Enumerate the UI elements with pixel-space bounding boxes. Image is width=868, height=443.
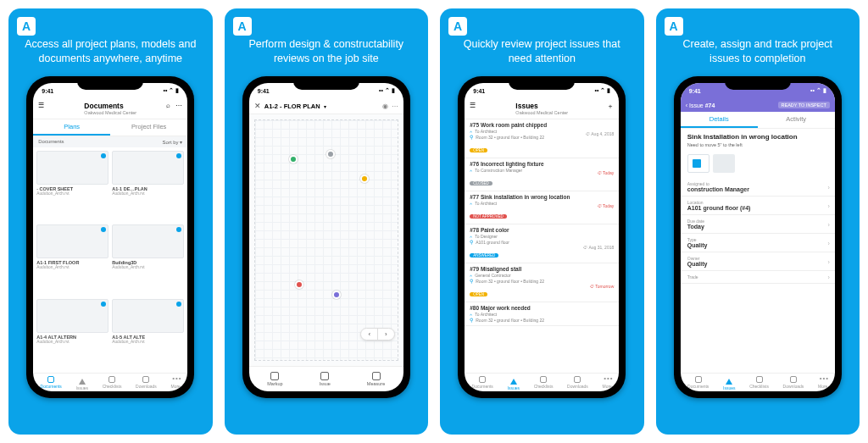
chevron-right-icon: › xyxy=(827,240,829,246)
nav-documents[interactable]: Documents xyxy=(687,376,709,389)
document-card[interactable]: Building3DAudubon_Arch.rvt xyxy=(112,224,184,295)
issue-date: ⏱ Aug 4, 2018 xyxy=(586,131,614,136)
more-icon[interactable]: ⋯ xyxy=(392,102,398,110)
checklists-icon xyxy=(756,376,763,383)
promo-headline: Quickly review project issues that need … xyxy=(440,15,644,76)
visibility-icon[interactable]: ◉ xyxy=(382,102,388,110)
page-subtitle: Oakwood Medical Center xyxy=(84,110,136,115)
field-type[interactable]: TypeQuality› xyxy=(681,234,835,252)
close-icon[interactable]: ✕ xyxy=(254,102,261,110)
issue-pin[interactable] xyxy=(326,150,335,158)
document-card[interactable]: - COVER SHEETAudubon_Arch.rvt xyxy=(36,151,108,221)
user-icon: ⍲ xyxy=(470,234,472,239)
issue-assignee: ⍲General Contractor xyxy=(470,273,614,278)
bottom-nav: DocumentsIssuesChecklistsDownloads•••Mor… xyxy=(465,373,619,391)
issue-row-title: #77 Sink installation in wrong location xyxy=(470,194,614,200)
floor-plan-canvas[interactable]: ‹ › xyxy=(249,114,403,366)
field-assigned-to[interactable]: Assigned toconstruction Manager› xyxy=(681,178,835,197)
tab-details[interactable]: Details xyxy=(681,112,758,128)
tool-issue[interactable]: Issue xyxy=(320,372,331,386)
downloads-icon xyxy=(142,376,149,383)
autodesk-logo-icon: A xyxy=(233,17,252,36)
app-store-gallery: A Access all project plans, models and d… xyxy=(0,0,868,443)
nav-more[interactable]: •••More xyxy=(603,376,612,389)
doc-thumbnail xyxy=(112,224,184,258)
issue-row[interactable]: #80 Major work needed⍲To Architect⚲Room … xyxy=(465,302,619,326)
prev-page-button[interactable]: ‹ xyxy=(361,329,378,340)
nav-documents[interactable]: Documents xyxy=(41,376,62,389)
more-icon[interactable]: ⋯ xyxy=(175,102,182,109)
next-page-button[interactable]: › xyxy=(378,329,394,340)
nav-downloads[interactable]: Downloads xyxy=(136,376,157,389)
issue-pin[interactable] xyxy=(295,280,303,289)
document-card[interactable]: A1-1 FIRST FLOORAudubon_Arch.rvt xyxy=(36,224,108,295)
sort-by-button[interactable]: Sort by ▾ xyxy=(163,139,183,145)
nav-issues[interactable]: Issues xyxy=(508,375,520,390)
chevron-right-icon: › xyxy=(827,258,829,264)
issue-status-pill: NOT APPROVED xyxy=(470,214,506,219)
add-issue-button[interactable]: ＋ xyxy=(607,102,614,111)
app-screen-issues: 9:41•• ⌃ ▮ ☰ Issues Oakwood Medical Cent… xyxy=(465,83,619,391)
issue-pin[interactable] xyxy=(332,291,341,299)
menu-icon[interactable]: ☰ xyxy=(38,102,44,109)
attachment-thumbnail[interactable] xyxy=(713,154,735,173)
field-due-date[interactable]: Due dateToday› xyxy=(681,215,835,234)
nav-checklists[interactable]: Checklists xyxy=(749,376,769,389)
chevron-down-icon[interactable]: ▾ xyxy=(324,103,326,109)
issue-row-title: #76 Incorrect lighting fixture xyxy=(470,161,614,167)
issue-row[interactable]: #76 Incorrect lighting fixture⍲To Constr… xyxy=(465,158,619,191)
tab-activity[interactable]: Activity xyxy=(758,112,835,128)
issue-row-title: #75 Work room paint chipped xyxy=(470,122,614,128)
search-icon[interactable]: ⌕ xyxy=(166,102,170,109)
issue-title: Sink Installation in wrong location xyxy=(681,129,835,142)
issue-row[interactable]: #75 Work room paint chipped⍲To Architect… xyxy=(465,119,619,158)
doc-tabs: Plans Project Files xyxy=(33,119,187,136)
issue-row[interactable]: #77 Sink installation in wrong location⍲… xyxy=(465,191,619,224)
menu-icon[interactable]: ☰ xyxy=(470,102,476,109)
document-card[interactable]: A1-5 ALT ALTEAudubon_Arch.rvt xyxy=(112,299,184,369)
issue-row-title: #78 Paint color xyxy=(470,227,614,233)
page-title: Issues xyxy=(515,102,537,110)
issue-row[interactable]: #78 Paint color⍲To Designer⚲A101 ground … xyxy=(465,224,619,263)
chevron-right-icon: › xyxy=(827,274,829,280)
document-card[interactable]: A1-4 ALT ALTERNAudubon_Arch.rvt xyxy=(36,299,108,369)
attachment-thumbnail[interactable] xyxy=(687,154,709,173)
issue-pin[interactable] xyxy=(360,174,369,183)
issue-pin[interactable] xyxy=(289,155,298,163)
field-trade[interactable]: Trade› xyxy=(681,271,835,284)
issue-header: ‹ Issue #74 READY TO INSPECT xyxy=(681,98,835,112)
field-location[interactable]: LocationA101 ground floor (#4)› xyxy=(681,197,835,215)
app-screen-plan: 9:41•• ⌃ ▮ ✕ A1-2 - FLOR PLAN ▾ ◉ ⋯ ‹ › xyxy=(249,83,403,391)
issue-date: ⏱ Today xyxy=(598,203,615,208)
user-icon: ⍲ xyxy=(470,168,472,173)
nav-downloads[interactable]: Downloads xyxy=(567,376,588,389)
breadcrumb[interactable]: Documents xyxy=(38,139,64,145)
nav-documents[interactable]: Documents xyxy=(472,376,493,389)
tool-measure[interactable]: Measure xyxy=(367,372,385,386)
issue-assignee: ⍲To Architect xyxy=(470,312,614,317)
field-owner[interactable]: OwnerQuality› xyxy=(681,252,835,271)
document-card[interactable]: A1-1 DE…PLANAudubon_Arch.rvt xyxy=(112,151,184,221)
page-title: Documents xyxy=(84,102,123,110)
tab-project-files[interactable]: Project Files xyxy=(110,119,187,136)
nav-issues[interactable]: Issues xyxy=(723,375,735,390)
tool-markup[interactable]: Markup xyxy=(267,372,282,386)
issue-date: ⏱ Tomorrow xyxy=(590,284,614,289)
autodesk-logo-icon: A xyxy=(665,17,683,36)
nav-checklists[interactable]: Checklists xyxy=(534,376,554,389)
back-button[interactable]: ‹ Issue #74 xyxy=(686,102,715,108)
issue-status-pill[interactable]: READY TO INSPECT xyxy=(778,102,830,108)
issues-icon xyxy=(79,375,86,385)
page-stepper: ‹ › xyxy=(360,328,394,341)
phone-frame: 9:41•• ⌃ ▮ ☰ Issues Oakwood Medical Cent… xyxy=(458,76,626,398)
user-icon: ⍲ xyxy=(470,129,472,134)
issue-row[interactable]: #79 Misaligned stall⍲General Contractor⚲… xyxy=(465,263,619,302)
tab-plans[interactable]: Plans xyxy=(33,119,110,136)
nav-more[interactable]: •••More xyxy=(818,376,827,389)
nav-downloads[interactable]: Downloads xyxy=(783,376,804,389)
nav-checklists[interactable]: Checklists xyxy=(103,376,122,389)
nav-more[interactable]: •••More xyxy=(171,376,181,389)
more-icon: ••• xyxy=(172,376,179,383)
nav-issues[interactable]: Issues xyxy=(76,375,88,390)
phone-frame: 9:41•• ⌃ ▮ ✕ A1-2 - FLOR PLAN ▾ ◉ ⋯ ‹ › xyxy=(242,76,410,398)
